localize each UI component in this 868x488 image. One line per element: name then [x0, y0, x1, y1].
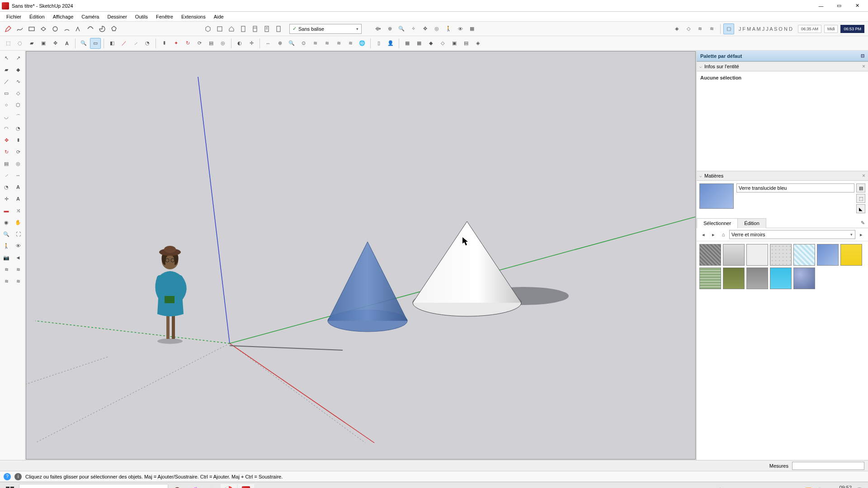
tool-3arc[interactable]: ◠	[1, 123, 12, 134]
protractor-icon[interactable]: ◔	[142, 38, 153, 49]
3pt-arc-icon[interactable]	[85, 23, 96, 34]
2pt-arc-icon[interactable]	[73, 23, 84, 34]
taskbar-sketchup-icon[interactable]	[238, 484, 254, 488]
menu-fenetre[interactable]: Fenêtre	[152, 13, 177, 20]
tool-rotate[interactable]: ↻	[1, 146, 12, 157]
tool-look[interactable]: 👁	[13, 240, 24, 251]
tray-title[interactable]: Palette par défaut ⊡	[697, 51, 868, 61]
materials-close-icon[interactable]: ×	[862, 173, 865, 179]
tool-scale[interactable]: ▤	[1, 158, 12, 169]
tool-circle[interactable]: ○	[1, 99, 12, 110]
menu-extensions[interactable]: Extensions	[178, 13, 209, 20]
rotate-icon[interactable]: ↻	[182, 38, 193, 49]
tool-arc[interactable]: ◡	[1, 111, 12, 122]
entity-info-close-icon[interactable]: ×	[862, 63, 865, 70]
tool-rotrect[interactable]: ◇	[13, 88, 24, 99]
line2-icon[interactable]: ／	[118, 38, 129, 49]
tool-orbit[interactable]: ◉	[1, 217, 12, 228]
tool-prevcam[interactable]: ◄	[13, 252, 24, 263]
taskbar-clock[interactable]: 09:52 25/07/2024	[827, 485, 852, 488]
select-tool-icon[interactable]: ▭	[90, 38, 101, 49]
material-swatch-7[interactable]	[699, 267, 721, 289]
layers2-icon[interactable]: ≋	[707, 23, 717, 34]
tool-rect[interactable]: ▭	[1, 88, 12, 99]
move-icon[interactable]: ✥	[50, 38, 61, 49]
material-swatch-1[interactable]	[723, 244, 745, 266]
tray-pin-icon[interactable]: ⊡	[861, 53, 864, 58]
tool-dim[interactable]: ↔	[13, 170, 24, 181]
taskbar-search[interactable]	[19, 484, 168, 488]
material-swatch-8[interactable]	[723, 267, 745, 289]
position-camera-icon[interactable]: 👁	[455, 23, 466, 34]
pie-icon[interactable]	[97, 23, 108, 34]
solid1-icon[interactable]: ◈	[671, 23, 682, 34]
material-swatch-10[interactable]	[770, 267, 792, 289]
tool-zoom[interactable]: 🔍	[1, 229, 12, 239]
eraser2-icon[interactable]: ◧	[107, 38, 118, 49]
ext7-icon[interactable]: ◈	[472, 38, 483, 49]
tool-paint[interactable]: ◆	[13, 64, 24, 75]
taskbar-cortana-icon[interactable]: 👩	[169, 484, 185, 488]
time-noon[interactable]: Midi	[824, 25, 838, 33]
material-swatch-5[interactable]	[817, 244, 839, 266]
material-swatch-0[interactable]	[699, 244, 721, 266]
orbit-icon[interactable]: ✧	[408, 23, 419, 34]
tape2-icon[interactable]: ⊕	[274, 38, 285, 49]
nav-menu-icon[interactable]: ▸	[857, 230, 865, 239]
ext3-icon[interactable]: ◆	[425, 38, 436, 49]
doc3-icon[interactable]	[261, 23, 272, 34]
zoom2-icon[interactable]: 🔍	[78, 38, 89, 49]
ext4-icon[interactable]: ◇	[437, 38, 448, 49]
tool-walk[interactable]: 🚶	[1, 240, 12, 251]
doc1-icon[interactable]	[238, 23, 249, 34]
tool-sandbox-b[interactable]: ≋	[13, 264, 24, 275]
zoom-icon[interactable]: 🔍	[396, 23, 407, 34]
pushpull-icon[interactable]: ⬍	[159, 38, 170, 49]
sandbox3-icon[interactable]: ≋	[333, 38, 344, 49]
scale-icon[interactable]: ▤	[206, 38, 217, 49]
material-name-input[interactable]	[736, 183, 854, 192]
pencil-icon[interactable]	[3, 23, 14, 34]
tool-pushpull[interactable]: ⬍	[13, 135, 24, 145]
material-swatch-11[interactable]	[793, 267, 815, 289]
freehand-icon[interactable]	[14, 23, 25, 34]
solid2-icon[interactable]: ◇	[683, 23, 694, 34]
nav-fwd-icon[interactable]: ▸	[709, 230, 717, 239]
material-swatch-2[interactable]	[746, 244, 768, 266]
tool-orient[interactable]: ⤭	[13, 205, 24, 216]
material-swatch-3[interactable]	[770, 244, 792, 266]
menu-affichage[interactable]: Affichage	[49, 13, 77, 20]
material-preview[interactable]	[699, 183, 734, 209]
walk-icon[interactable]: 🚶	[443, 23, 454, 34]
tab-edit[interactable]: Édition	[737, 218, 766, 228]
tool-follow[interactable]: ⟳	[13, 146, 24, 157]
make-component-icon[interactable]	[203, 23, 213, 34]
zoom-ext-icon[interactable]: 🔍	[286, 38, 297, 49]
house-icon[interactable]	[226, 23, 237, 34]
material-picker-icon[interactable]: ◣	[856, 204, 865, 213]
paint-icon[interactable]: ▣	[38, 38, 49, 49]
tool-eraser[interactable]: ▰	[1, 64, 12, 75]
tape-icon[interactable]: ⊕	[384, 23, 395, 34]
material-category-dropdown[interactable]: Verre et miroirs	[729, 230, 855, 239]
tool-protractor[interactable]: ◔	[1, 182, 12, 192]
tool-offset[interactable]: ◎	[13, 158, 24, 169]
start-button[interactable]	[2, 484, 18, 488]
tool-axes[interactable]: ✛	[1, 193, 12, 204]
menu-outils[interactable]: Outils	[132, 13, 151, 20]
move2-icon[interactable]: ✦	[170, 38, 181, 49]
geo-icon[interactable]: 🌐	[357, 38, 368, 49]
arc-icon[interactable]	[61, 23, 72, 34]
tool-sandbox-c[interactable]: ≋	[1, 276, 12, 286]
section-icon[interactable]: ▦	[467, 23, 477, 34]
minimize-button[interactable]: —	[812, 1, 830, 11]
polygon-icon[interactable]	[108, 23, 119, 34]
outer-icon[interactable]: ◐	[234, 38, 245, 49]
materials-edit-icon[interactable]: ✎	[857, 218, 868, 228]
tool-section[interactable]: ▬	[1, 205, 12, 216]
material-swatch-4[interactable]	[793, 244, 815, 266]
materials-header[interactable]: ⌵ Matières ×	[697, 171, 868, 181]
material-create-icon[interactable]: ▤	[856, 183, 865, 192]
tool-text[interactable]: A	[13, 182, 24, 192]
ext1-icon[interactable]: ▦	[402, 38, 413, 49]
